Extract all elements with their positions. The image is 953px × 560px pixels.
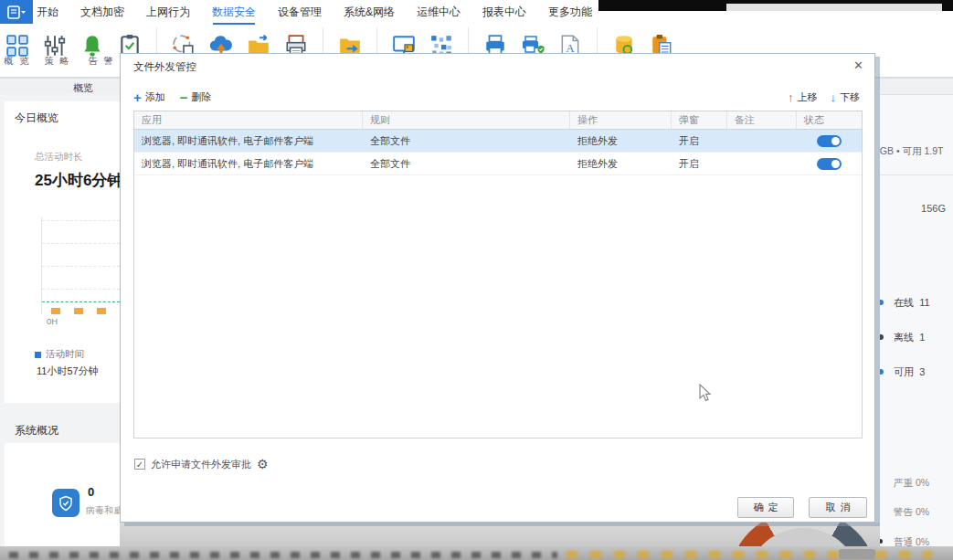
table-body: 浏览器, 即时通讯软件, 电子邮件客户端 全部文件 拒绝外发 开启 浏览器, 即…: [133, 130, 863, 438]
remove-button[interactable]: −删除: [180, 90, 212, 104]
stat-offline: 离线 1: [894, 331, 925, 344]
activity-mini-chart: 0H: [41, 217, 120, 314]
online-dot: [880, 300, 884, 305]
menu-item-report-center[interactable]: 报表中心: [482, 5, 526, 20]
arrow-down-icon: ↓: [831, 90, 837, 104]
blurred-subtitle-artifact: [9, 552, 557, 558]
table-row[interactable]: 浏览器, 即时通讯软件, 电子邮件客户端 全部文件 拒绝外发 开启: [134, 153, 862, 175]
approval-checkbox[interactable]: ✓: [134, 459, 145, 470]
left-overview-panel: 今日概览 总活动时长 25小时6分钟 0H 活动时间 11小时57分钟 系统概况…: [0, 94, 120, 560]
close-icon[interactable]: ✕: [853, 58, 863, 72]
col-header-status: 状态: [797, 111, 862, 129]
mouse-cursor: [698, 384, 713, 407]
menu-item-web-behavior[interactable]: 上网行为: [146, 5, 190, 20]
approval-checkbox-label: 允许申请文件外发审批: [151, 458, 251, 471]
col-header-app: 应用: [134, 111, 363, 129]
right-stats-panel: 5GB • 可用 1.9T 156G 在线 11 离线 1 可用 3 严重 0%…: [880, 94, 953, 548]
move-down-button[interactable]: ↓下移: [831, 90, 861, 104]
virus-count: 0: [88, 485, 94, 499]
dialog-move-bar: ↑上移 ↓下移: [788, 90, 860, 104]
storage-line: 5GB • 可用 1.9T: [880, 145, 943, 158]
stat-severe: 严重 0%: [894, 477, 929, 490]
chart-bar: [97, 308, 106, 314]
rules-table: 应用 规则 操作 弹窗 备注 状态 浏览器, 即时通讯软件, 电子邮件客户端 全…: [133, 111, 863, 438]
arrow-up-icon: ↑: [788, 90, 794, 104]
main-menu: 开始 文档加密 上网行为 数据安全 设备管理 系统&网络 运维中心 报表中心 更…: [37, 0, 592, 24]
plus-icon: +: [133, 92, 142, 102]
system-overview-title: 系统概况: [15, 423, 58, 438]
normal-dot: [880, 539, 883, 544]
chart-bar: [74, 308, 83, 314]
dialog-action-bar: +添加 −删除: [133, 90, 212, 104]
gear-icon[interactable]: ⚙: [257, 457, 269, 471]
menu-item-system-network[interactable]: 系统&网络: [344, 5, 395, 20]
menu-item-ops-center[interactable]: 运维中心: [417, 5, 461, 20]
stat-online: 在线 11: [894, 296, 930, 310]
today-overview-title: 今日概览: [15, 111, 58, 126]
blurred-subtitle-artifact: [839, 549, 875, 559]
col-header-action: 操作: [570, 111, 672, 129]
blurred-subtitle-artifact: [567, 551, 932, 558]
minus-icon: −: [180, 92, 188, 102]
video-artifact-strip: [598, 0, 944, 4]
menu-item-doc-encrypt[interactable]: 文档加密: [80, 5, 124, 20]
menu-item-data-security[interactable]: 数据安全: [212, 5, 256, 20]
add-button[interactable]: +添加: [133, 90, 165, 104]
capacity-value: 156G: [880, 203, 946, 214]
col-header-rule: 规则: [363, 111, 570, 129]
tab-overview[interactable]: 概览: [73, 81, 93, 95]
status-toggle-on[interactable]: [817, 135, 842, 147]
shield-check-icon: [52, 489, 79, 517]
status-toggle-on[interactable]: [817, 158, 842, 170]
move-up-button[interactable]: ↑上移: [788, 90, 818, 104]
menu-item-more[interactable]: 更多功能: [548, 5, 592, 20]
ok-button[interactable]: 确定: [737, 497, 794, 518]
app-menu-icon: [7, 5, 26, 19]
chart-bar: [51, 308, 60, 314]
table-header-row: 应用 规则 操作 弹窗 备注 状态: [133, 111, 863, 130]
total-activity-value: 25小时6分钟: [35, 170, 120, 191]
app-menu-button[interactable]: [0, 0, 33, 24]
app-screen: 开始 文档加密 上网行为 数据安全 设备管理 系统&网络 运维中心 报表中心 更…: [0, 0, 953, 560]
col-header-popup: 弹窗: [672, 111, 727, 129]
toolbar-label-policy: 策 略: [42, 55, 73, 68]
total-activity-label: 总活动时长: [35, 151, 83, 164]
dialog-title: 文件外发管控: [133, 60, 196, 74]
video-artifact-strip: [942, 0, 953, 11]
toolbar-label-overview: 概 览: [2, 55, 33, 68]
legend-activity-label: 活动时间: [46, 348, 84, 361]
menu-item-device-mgmt[interactable]: 设备管理: [278, 5, 322, 20]
legend-activity-value: 11小时57分钟: [37, 365, 99, 378]
cancel-button[interactable]: 取消: [809, 497, 867, 518]
table-row[interactable]: 浏览器, 即时通讯软件, 电子邮件客户端 全部文件 拒绝外发 开启: [134, 130, 862, 153]
menu-item-start[interactable]: 开始: [37, 5, 58, 20]
virus-label: 病毒和威: [86, 504, 120, 517]
toolbar-label-alert: 告 警: [86, 55, 117, 68]
offline-dot: [880, 334, 884, 340]
stat-warning: 警告 0%: [894, 506, 929, 519]
divider: [880, 174, 953, 175]
file-outgoing-control-dialog: 文件外发管控 ✕ +添加 −删除 ↑上移 ↓下移 应用 规则 操作 弹窗 备注 …: [120, 53, 875, 523]
legend-dot: [35, 352, 41, 358]
available-dot: [880, 369, 884, 375]
video-subtitle-strip: [0, 546, 953, 560]
approval-row: ✓ 允许申请文件外发审批 ⚙: [134, 457, 269, 471]
chart-axis-zero: 0H: [47, 316, 58, 326]
col-header-remark: 备注: [727, 111, 797, 129]
stat-available: 可用 3: [894, 365, 925, 379]
chart-threshold-line: [42, 301, 120, 302]
